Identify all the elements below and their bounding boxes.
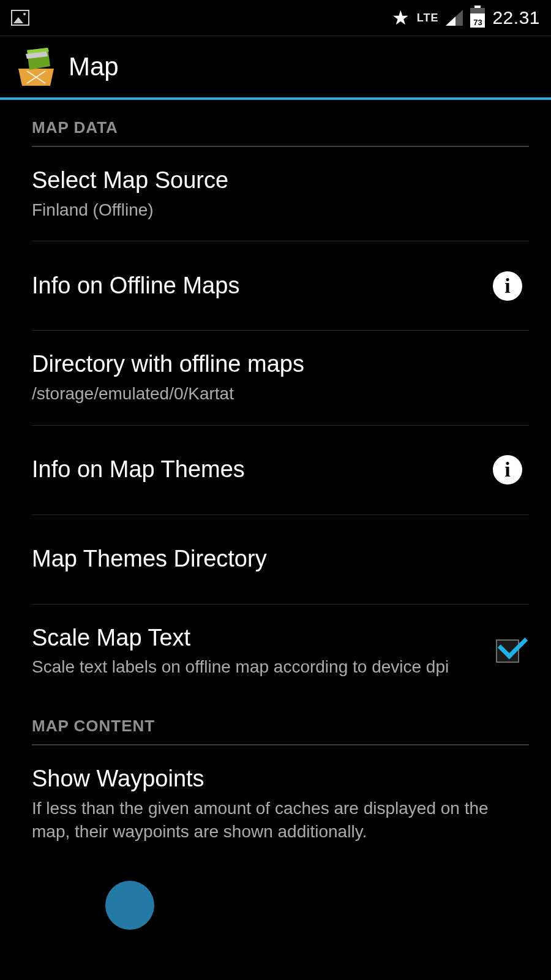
- pref-select-map-source[interactable]: Select Map Source Finland (Offline): [32, 147, 529, 241]
- pref-title: Info on Offline Maps: [32, 272, 471, 300]
- pref-title: Map Themes Directory: [32, 545, 529, 573]
- pref-summary: Finland (Offline): [32, 198, 529, 222]
- pref-info-map-themes[interactable]: Info on Map Themes i: [32, 426, 529, 515]
- pref-offline-maps-directory[interactable]: Directory with offline maps /storage/emu…: [32, 331, 529, 425]
- pref-title: Directory with offline maps: [32, 350, 529, 379]
- pref-title: Show Waypoints: [32, 765, 529, 793]
- app-icon: [15, 45, 58, 88]
- status-clock: 22.31: [492, 7, 540, 28]
- section-header-map-content: MAP CONTENT: [32, 698, 529, 745]
- pref-summary: Scale text labels on offline map accordi…: [32, 655, 471, 679]
- settings-list[interactable]: MAP DATA Select Map Source Finland (Offl…: [0, 100, 551, 980]
- pref-info-offline-maps[interactable]: Info on Offline Maps i: [32, 241, 529, 331]
- pref-title: Select Map Source: [32, 167, 529, 195]
- picture-icon: [11, 10, 29, 26]
- info-icon: i: [493, 455, 522, 484]
- info-icon: i: [493, 271, 522, 301]
- signal-icon: [446, 10, 463, 26]
- pref-title: Scale Map Text: [32, 624, 471, 652]
- battery-percent: 73: [470, 18, 485, 27]
- pref-summary: /storage/emulated/0/Kartat: [32, 382, 529, 405]
- pref-scale-map-text[interactable]: Scale Map Text Scale text labels on offl…: [32, 605, 529, 698]
- network-lte-label: LTE: [417, 12, 439, 24]
- star-icon: ★: [392, 6, 410, 29]
- battery-icon: 73: [470, 8, 485, 28]
- page-title: Map: [69, 52, 119, 81]
- checkbox-scale-map-text[interactable]: [496, 639, 519, 663]
- section-header-map-data: MAP DATA: [32, 100, 529, 147]
- status-bar: ★ LTE 73 22.31: [0, 0, 551, 36]
- pref-map-themes-directory[interactable]: Map Themes Directory: [32, 515, 529, 605]
- action-bar: Map: [0, 36, 551, 97]
- slider-thumb[interactable]: [105, 881, 154, 930]
- pref-title: Info on Map Themes: [32, 456, 471, 484]
- pref-summary: If less than the given amount of caches …: [32, 797, 529, 843]
- pref-show-waypoints[interactable]: Show Waypoints If less than the given am…: [32, 745, 529, 862]
